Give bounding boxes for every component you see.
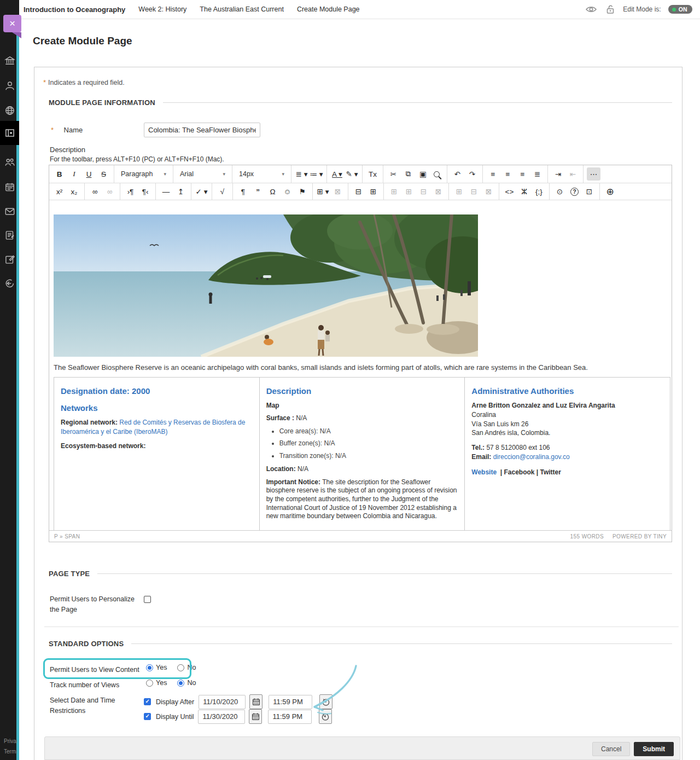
submit-button[interactable]: Submit [634, 742, 674, 756]
ltr-paragraph-button[interactable]: ›¶ [124, 185, 137, 198]
spellcheck-button[interactable]: ✓ ▾ [195, 185, 208, 198]
preview-button[interactable]: ⊙ [553, 185, 567, 198]
social-links[interactable]: | Facebook | Twitter [500, 468, 561, 476]
delete-table-button[interactable]: ⊠ [331, 185, 345, 198]
bold-button[interactable]: B [52, 167, 66, 181]
show-paragraph-button[interactable]: ¶ [236, 185, 250, 198]
anchor-button[interactable]: ⚑ [295, 185, 309, 198]
text-color-button[interactable]: A ▾ [330, 167, 344, 181]
profile-icon[interactable] [0, 74, 19, 97]
help-button[interactable]: ? [570, 188, 579, 196]
student-preview-icon[interactable] [585, 4, 598, 15]
horizontal-rule-button[interactable]: — [159, 185, 173, 198]
font-family-dropdown[interactable]: Arial▾ [176, 167, 229, 181]
track-no-radio[interactable] [177, 680, 184, 687]
track-yes-radio[interactable] [146, 680, 153, 687]
logout-icon[interactable] [0, 272, 19, 295]
display-until-time-input[interactable] [268, 710, 312, 724]
font-size-dropdown[interactable]: 14px▾ [235, 167, 288, 181]
display-after-date-input[interactable] [199, 695, 246, 709]
align-center-button[interactable]: ≡ [501, 167, 515, 181]
institution-icon[interactable] [0, 49, 19, 72]
insert-link-button[interactable]: ∞ [88, 185, 102, 198]
accessibility-checker-button[interactable]: ⵣ [517, 185, 531, 198]
element-path[interactable]: P » SPAN [54, 533, 80, 539]
messages-icon[interactable] [0, 200, 19, 223]
bullet-list-button[interactable]: ≣ ▾ [295, 167, 308, 181]
display-until-checkbox[interactable] [144, 713, 151, 720]
insert-content-button[interactable]: ↥ [174, 185, 188, 198]
close-menu-button[interactable]: × [3, 15, 21, 32]
redo-button[interactable]: ↷ [465, 167, 479, 181]
italic-button[interactable]: I [67, 167, 81, 181]
paste-button[interactable]: ▣ [416, 167, 430, 181]
justify-button[interactable]: ≣ [530, 167, 544, 181]
underline-button[interactable]: U [82, 167, 96, 181]
numbered-list-button[interactable]: ≔ ▾ [310, 167, 323, 181]
display-after-checkbox[interactable] [144, 698, 151, 705]
superscript-button[interactable]: x² [52, 185, 66, 198]
undo-button[interactable]: ↶ [451, 167, 464, 181]
delete-row-button[interactable]: ⊠ [431, 185, 445, 198]
column-properties-button[interactable]: ⊟ [467, 185, 481, 198]
editor-content-area[interactable]: The Seaflower Biosphere Reserve is an oc… [49, 200, 672, 530]
blockquote-button[interactable]: ” [251, 185, 265, 198]
fullscreen-button[interactable]: ⊡ [582, 185, 596, 198]
insert-row-below-button[interactable]: ⊞ [402, 185, 416, 198]
cut-button[interactable]: ✂ [387, 167, 400, 181]
personalize-checkbox[interactable] [144, 596, 151, 603]
breadcrumb-link[interactable]: The Australian East Current [200, 5, 284, 13]
row-properties-button[interactable]: ⊟ [417, 185, 430, 198]
indent-button[interactable]: ⇥ [551, 167, 565, 181]
more-tools-button[interactable]: ⋯ [587, 167, 600, 181]
display-until-date-input[interactable] [198, 710, 245, 724]
insert-table-button[interactable]: ⊞ ▾ [316, 185, 330, 198]
merge-cells-button[interactable]: ⊞ [366, 185, 380, 198]
copy-button[interactable]: ⧉ [401, 167, 415, 181]
strikethrough-button[interactable]: S [97, 167, 110, 181]
rtl-paragraph-button[interactable]: ¶‹ [138, 185, 152, 198]
remove-link-button[interactable]: ∞ [103, 185, 116, 198]
globe-icon[interactable] [0, 99, 19, 122]
gradebook-icon[interactable] [0, 224, 19, 247]
unlocked-padlock-icon[interactable] [605, 4, 616, 15]
footer-link[interactable]: Terms [4, 746, 17, 757]
footer-link[interactable]: Privacy [4, 736, 17, 746]
align-right-button[interactable]: ≡ [516, 167, 529, 181]
insert-column-button[interactable]: ⊞ [452, 185, 466, 198]
math-editor-button[interactable]: √ [215, 185, 229, 198]
edit-mode-toggle[interactable]: ON [668, 5, 692, 14]
name-input[interactable] [144, 123, 260, 137]
code-sample-button[interactable]: {;} [532, 185, 546, 198]
breadcrumb-link[interactable]: Week 2: History [138, 5, 186, 13]
add-element-button[interactable]: ⊕ [603, 185, 617, 198]
email-link[interactable]: direccion@coralina.gov.co [493, 453, 570, 461]
outdent-button[interactable]: ⇤ [566, 167, 580, 181]
word-count[interactable]: 155 WORDS [570, 533, 604, 539]
display-after-calendar-button[interactable] [249, 694, 262, 709]
subscript-button[interactable]: x₂ [67, 185, 81, 198]
website-link[interactable]: Website [471, 468, 497, 476]
cancel-button[interactable]: Cancel [592, 742, 630, 756]
source-code-button[interactable]: <> [503, 185, 516, 198]
emoticons-button[interactable]: ☺ [281, 185, 294, 198]
display-after-clock-button[interactable] [319, 694, 332, 709]
special-character-button[interactable]: Ω [266, 185, 279, 198]
breadcrumb-link[interactable]: Create Module Page [297, 5, 360, 13]
insert-row-above-button[interactable]: ⊞ [387, 185, 401, 198]
cell-properties-button[interactable]: ⊟ [352, 185, 365, 198]
clear-formatting-button[interactable]: Tx [366, 167, 380, 181]
display-until-calendar-button[interactable] [249, 709, 262, 724]
delete-column-button[interactable]: ⊠ [482, 185, 495, 198]
edit-page-icon[interactable] [0, 248, 19, 271]
display-until-clock-button[interactable] [319, 709, 332, 724]
highlight-color-button[interactable]: ✎ ▾ [345, 167, 359, 181]
paragraph-format-dropdown[interactable]: Paragraph▾ [117, 167, 170, 181]
display-after-time-input[interactable] [269, 695, 312, 709]
align-left-button[interactable]: ≡ [486, 167, 500, 181]
find-replace-button[interactable] [434, 171, 440, 177]
groups-icon[interactable] [0, 151, 19, 174]
breadcrumb-link[interactable]: Introduction to Oceanography [24, 5, 125, 14]
content-pages-icon[interactable] [0, 121, 19, 145]
calendar-icon[interactable] [0, 176, 19, 199]
